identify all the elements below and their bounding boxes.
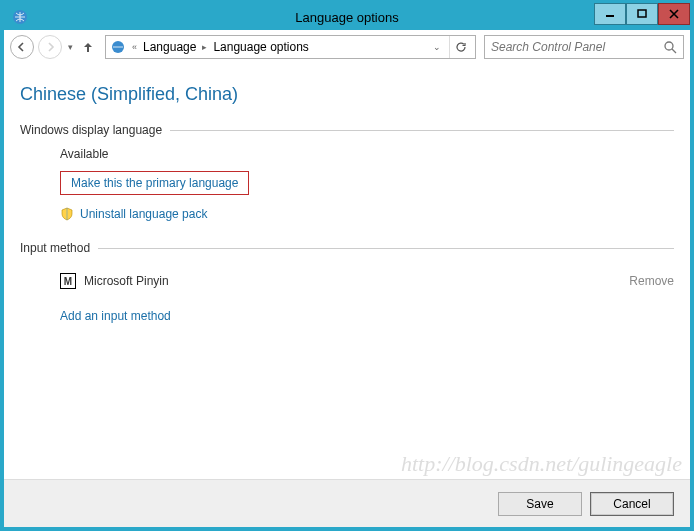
- up-button[interactable]: [79, 38, 97, 56]
- refresh-button[interactable]: [449, 36, 471, 58]
- remove-input-method-link[interactable]: Remove: [629, 274, 674, 288]
- add-input-method-link[interactable]: Add an input method: [60, 309, 171, 323]
- input-method-icon: M: [60, 273, 76, 289]
- titlebar: Language options: [4, 4, 690, 30]
- address-icon: [110, 39, 126, 55]
- close-button[interactable]: [658, 3, 690, 25]
- input-method-group-label: Input method: [20, 241, 674, 255]
- maximize-button[interactable]: [626, 3, 658, 25]
- shield-icon: [60, 207, 74, 221]
- breadcrumb-2[interactable]: Language options: [213, 40, 308, 54]
- address-bar[interactable]: « Language ▸ Language options ⌄: [105, 35, 476, 59]
- window-title: Language options: [4, 10, 690, 25]
- language-title: Chinese (Simplified, China): [20, 84, 674, 105]
- make-primary-link[interactable]: Make this the primary language: [60, 171, 249, 195]
- chevron-right-icon: ▸: [200, 42, 209, 52]
- minimize-button[interactable]: [594, 3, 626, 25]
- input-method-name: Microsoft Pinyin: [84, 274, 169, 288]
- input-method-label-text: Input method: [20, 241, 90, 255]
- back-button[interactable]: [10, 35, 34, 59]
- search-box[interactable]: [484, 35, 684, 59]
- separator: [98, 248, 674, 249]
- uninstall-language-pack-link[interactable]: Uninstall language pack: [80, 207, 207, 221]
- chevron-icon: «: [130, 42, 139, 52]
- cancel-button[interactable]: Cancel: [590, 492, 674, 516]
- content-area: Chinese (Simplified, China) Windows disp…: [4, 64, 690, 479]
- nav-toolbar: ▾ « Language ▸ Language options ⌄: [4, 30, 690, 64]
- forward-button[interactable]: [38, 35, 62, 59]
- footer-bar: Save Cancel: [4, 479, 690, 527]
- app-icon: [10, 7, 30, 27]
- svg-point-4: [665, 42, 673, 50]
- input-method-row: M Microsoft Pinyin Remove: [60, 265, 674, 297]
- display-language-status: Available: [60, 147, 674, 161]
- search-icon[interactable]: [663, 40, 677, 54]
- address-dropdown-icon[interactable]: ⌄: [431, 42, 443, 52]
- breadcrumb-1[interactable]: Language: [143, 40, 196, 54]
- display-language-label-text: Windows display language: [20, 123, 162, 137]
- separator: [170, 130, 674, 131]
- svg-rect-2: [638, 10, 646, 17]
- search-input[interactable]: [491, 40, 663, 54]
- history-chevron-icon[interactable]: ▾: [66, 42, 75, 52]
- display-language-group-label: Windows display language: [20, 123, 674, 137]
- svg-rect-1: [606, 15, 614, 17]
- save-button[interactable]: Save: [498, 492, 582, 516]
